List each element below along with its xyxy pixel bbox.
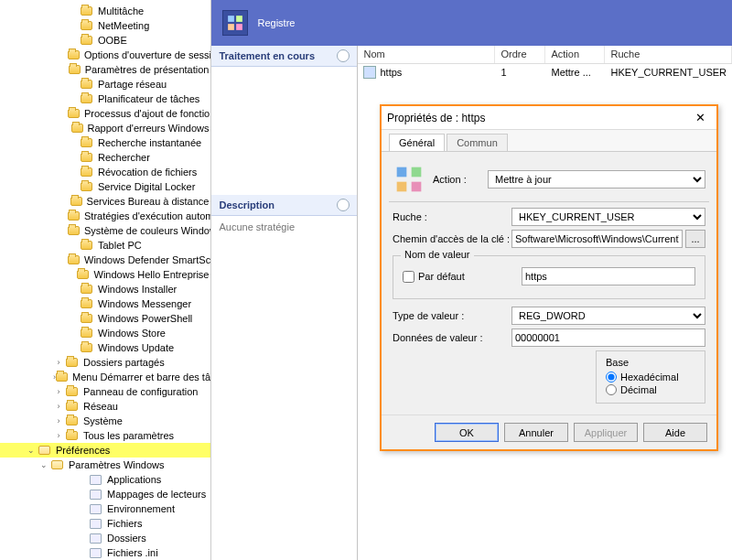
tree-label: Environnement (105, 503, 177, 514)
tree-label: Révocation de fichiers (96, 167, 199, 178)
tree-label: Planificateur de tâches (96, 93, 201, 104)
tree-item[interactable]: ›Menu Démarrer et barre des tâches (0, 370, 210, 384)
expander-icon[interactable]: › (53, 431, 64, 440)
section-description-header[interactable]: Description (211, 195, 357, 216)
tree-item[interactable]: Recherche instantanée (0, 135, 210, 150)
folder-icon (68, 224, 80, 237)
tree-label: Dossiers partagés (81, 357, 167, 368)
folder-icon (79, 341, 93, 354)
svg-rect-1 (237, 16, 243, 22)
tree-item[interactable]: ⌄Paramètres Windows (0, 458, 210, 472)
radio-hex-label[interactable]: Hexadécimal (606, 372, 695, 382)
tree-item[interactable]: Windows Hello Entreprise (0, 267, 210, 282)
col-name[interactable]: Nom (358, 46, 495, 63)
row-hive: HKEY_CURRENT_USER (605, 66, 732, 79)
folder-icon (68, 48, 80, 61)
valuename-legend: Nom de valeur (401, 249, 474, 260)
tree-label: Multitâche (96, 5, 145, 16)
tree-item[interactable]: Service Digital Locker (0, 179, 210, 194)
tree-item[interactable]: Planificateur de tâches (0, 92, 210, 106)
tree-item[interactable]: Windows Update (0, 340, 210, 355)
tree-label: Rapport d'erreurs Windows (86, 123, 211, 134)
action-label: Action : (433, 174, 488, 185)
expander-icon[interactable]: › (53, 358, 64, 367)
radio-dec[interactable] (606, 384, 617, 395)
tree-item[interactable]: Rapport d'erreurs Windows (0, 121, 210, 135)
tree-item[interactable]: ›Panneau de configuration (0, 384, 210, 399)
collapse-icon[interactable] (337, 199, 350, 211)
folder-icon (79, 327, 93, 339)
expander-icon[interactable]: › (53, 402, 64, 411)
apply-button[interactable]: Appliquer (574, 423, 638, 442)
tree-item[interactable]: Fichiers (0, 516, 210, 531)
collapse-icon[interactable] (337, 49, 350, 62)
tree-label: Windows Defender SmartScreen (82, 254, 211, 265)
tree-item[interactable]: Révocation de fichiers (0, 165, 210, 179)
tree-item[interactable]: ›Réseau (0, 399, 210, 414)
hive-select[interactable]: HKEY_CURRENT_USER (511, 208, 705, 226)
tree-item[interactable]: Rechercher (0, 150, 210, 165)
tree-item[interactable]: ›Dossiers partagés (0, 355, 210, 370)
expander-icon[interactable]: › (53, 387, 64, 396)
col-action[interactable]: Action (545, 46, 605, 63)
tab-common[interactable]: Commun (447, 134, 508, 151)
tree-item[interactable]: Multitâche (0, 4, 210, 18)
svg-rect-7 (412, 182, 422, 192)
tree-item[interactable]: Partage réseau (0, 77, 210, 92)
tree-item[interactable]: Stratégies d'exécution automatique (0, 209, 210, 223)
section-processing-header[interactable]: Traitement en cours (211, 46, 357, 67)
col-hive[interactable]: Ruche (605, 46, 732, 63)
tree-item[interactable]: Windows Messenger (0, 296, 210, 311)
tree-item[interactable]: Mappages de lecteurs (0, 487, 210, 501)
tab-general[interactable]: Général (389, 134, 445, 151)
expander-icon[interactable]: ⌄ (38, 460, 49, 469)
valuename-input[interactable] (522, 267, 695, 285)
tree-item[interactable]: Options d'ouverture de session Windows (0, 48, 210, 62)
tree-item[interactable]: Fichiers .ini (0, 545, 210, 560)
tree-item[interactable]: Applications (0, 472, 210, 487)
list-row[interactable]: https 1 Mettre ... HKEY_CURRENT_USER (358, 64, 732, 81)
row-order: 1 (495, 66, 545, 79)
radio-dec-label[interactable]: Décimal (606, 384, 695, 395)
tree-item[interactable]: ›Système (0, 414, 210, 428)
tree-item[interactable]: Paramètres de présentation (0, 62, 210, 77)
tree-item[interactable]: OOBE (0, 33, 210, 48)
tree-item[interactable]: Système de couleurs Windows (0, 223, 210, 238)
keypath-input[interactable] (511, 230, 683, 248)
tree-item[interactable]: ›Tous les paramètres (0, 428, 210, 443)
action-select[interactable]: Mettre à jour (488, 170, 705, 188)
valdata-input[interactable] (511, 328, 705, 347)
ok-button[interactable]: OK (435, 423, 499, 442)
default-checkbox[interactable] (403, 271, 414, 283)
expander-icon[interactable]: ⌄ (26, 446, 37, 455)
tree-item[interactable]: Windows Installer (0, 282, 210, 296)
tree-label: Windows Messenger (96, 298, 193, 309)
tree-label: Applications (105, 474, 163, 485)
col-order[interactable]: Ordre (495, 46, 545, 63)
dialog-titlebar[interactable]: Propriétés de : https ✕ (382, 106, 716, 130)
tree-item[interactable]: ⌄Préférences (0, 443, 210, 458)
tree-label: Services Bureau à distance (85, 196, 211, 207)
folder-icon (68, 253, 80, 266)
tree-item[interactable]: Windows PowerShell (0, 311, 210, 326)
radio-hex[interactable] (606, 372, 617, 382)
folder-icon (79, 78, 93, 91)
tree-item[interactable]: Services Bureau à distance (0, 194, 210, 209)
help-button[interactable]: Aide (643, 423, 707, 442)
valtype-select[interactable]: REG_DWORD (511, 307, 705, 325)
tree-item[interactable]: NetMeeting (0, 18, 210, 33)
tree-item[interactable]: Windows Defender SmartScreen (0, 253, 210, 267)
tree-item[interactable]: Environnement (0, 501, 210, 516)
expander-icon[interactable]: › (53, 416, 64, 425)
tree-item[interactable]: Windows Store (0, 326, 210, 340)
tree-label: Réseau (81, 401, 120, 412)
tree-item[interactable]: Dossiers (0, 531, 210, 545)
default-checkbox-label[interactable]: Par défaut (403, 271, 522, 283)
browse-button[interactable]: ... (685, 230, 705, 248)
cancel-button[interactable]: Annuler (504, 423, 568, 442)
tree-item[interactable]: Tablet PC (0, 238, 210, 253)
settings-leaf-icon (88, 473, 102, 486)
svg-rect-5 (412, 167, 422, 178)
tree-item[interactable]: Processus d'ajout de fonctionnalités à W… (0, 106, 210, 121)
close-icon[interactable]: ✕ (689, 111, 711, 124)
